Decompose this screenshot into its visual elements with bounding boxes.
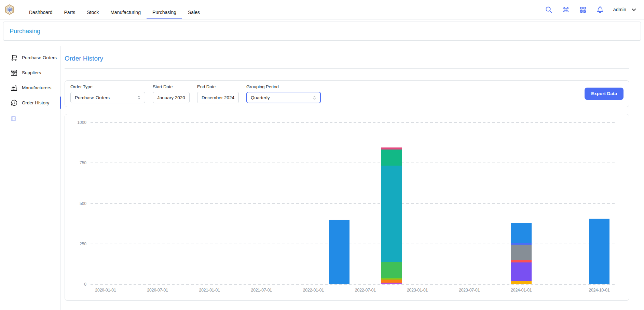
y-tick-label-1000: 1000	[67, 120, 86, 125]
stacked-bar-2024-01-01[interactable]	[511, 223, 532, 284]
export-data-button[interactable]: Export Data	[585, 88, 624, 100]
divider	[65, 68, 629, 69]
nav-tabs: DashboardPartsStockManufacturingPurchasi…	[23, 5, 243, 19]
gridline-y-750	[91, 163, 616, 163]
tab-parts[interactable]: Parts	[58, 5, 81, 19]
order-history-chart-plot: 025050075010002020-01-012020-07-012021-0…	[91, 122, 616, 284]
gridline-y-1000	[91, 122, 616, 123]
top-navbar: DashboardPartsStockManufacturingPurchasi…	[0, 0, 644, 20]
order-type-label: Order Type	[70, 84, 145, 89]
tab-manufacturing[interactable]: Manufacturing	[105, 5, 147, 19]
gridline-y-250	[91, 244, 616, 244]
grouping-period-select[interactable]: Quarterly	[246, 92, 321, 103]
page-header: Purchasing	[3, 22, 641, 41]
x-tick-label-2020-07-01: 2020-07-01	[140, 288, 175, 293]
sidebar-item-label: Purchase Orders	[22, 55, 57, 60]
bar-segment-2022-04-01-0	[329, 220, 350, 284]
tab-dashboard[interactable]: Dashboard	[23, 5, 58, 19]
chevron-down-icon	[631, 7, 637, 13]
stacked-bar-2022-04-01[interactable]	[329, 220, 350, 284]
x-tick-label-2021-07-01: 2021-07-01	[244, 288, 278, 293]
select-chevrons-icon	[312, 95, 317, 100]
sidebar-item-order-history[interactable]: Order History	[0, 95, 60, 110]
y-tick-label-750: 750	[67, 160, 86, 166]
sidebar-item-label: Order History	[22, 100, 49, 105]
x-tick-label-2021-01-01: 2021-01-01	[192, 288, 227, 293]
bar-segment-2024-01-01-2	[511, 260, 532, 262]
gridline-y-0	[91, 284, 616, 285]
filter-start-date: Start Date January 2020	[153, 84, 190, 103]
order-type-select[interactable]: Purchase Orders	[70, 92, 145, 103]
stacked-bar-2024-10-01[interactable]	[589, 219, 609, 284]
sidebar-item-label: Suppliers	[22, 70, 41, 75]
filter-order-type: Order Type Purchase Orders	[70, 84, 145, 103]
bar-segment-2024-01-01-3	[511, 245, 532, 260]
navbar-actions: admin	[545, 6, 637, 14]
order-history-chart-panel: 025050075010002020-01-012020-07-012021-0…	[65, 114, 629, 301]
select-chevrons-icon	[136, 95, 141, 100]
order-type-value: Purchase Orders	[75, 95, 110, 100]
history-clock-icon	[11, 99, 18, 106]
qrcode-scan-icon[interactable]	[579, 6, 587, 14]
bar-segment-2024-01-01-1	[511, 262, 532, 281]
start-date-input[interactable]: January 2020	[153, 92, 190, 103]
page-title[interactable]: Purchasing	[10, 28, 40, 35]
sidebar-item-purchase-orders[interactable]: Purchase Orders	[0, 50, 60, 65]
grouping-period-value: Quarterly	[251, 95, 270, 100]
shopping-cart-icon	[11, 54, 18, 61]
start-date-label: Start Date	[153, 84, 190, 89]
x-tick-label-2024-01-01: 2024-01-01	[504, 288, 538, 293]
command-icon[interactable]	[562, 6, 570, 14]
bell-icon[interactable]	[596, 6, 604, 14]
user-name: admin	[613, 7, 626, 12]
bar-segment-2024-01-01-5	[511, 223, 532, 243]
section-title: Order History	[65, 55, 629, 62]
bar-segment-2022-10-01-1	[381, 280, 402, 283]
filter-panel: Order Type Purchase Orders Start Date Ja…	[65, 80, 629, 107]
building-store-icon	[11, 69, 18, 76]
filter-end-date: End Date December 2024	[197, 84, 239, 103]
x-tick-label-2024-10-01: 2024-10-01	[582, 288, 616, 293]
x-tick-label-2023-01-01: 2023-01-01	[400, 288, 435, 293]
search-icon[interactable]	[545, 6, 553, 14]
inventree-logo-icon[interactable]	[4, 4, 15, 15]
gridline-y-500	[91, 203, 616, 204]
y-tick-label-500: 500	[67, 201, 86, 206]
tab-purchasing[interactable]: Purchasing	[147, 5, 182, 19]
bar-segment-2022-10-01-0	[381, 283, 402, 284]
sidebar-item-manufacturers[interactable]: Manufacturers	[0, 80, 60, 95]
stacked-bar-2022-10-01[interactable]	[381, 147, 402, 284]
sidebar-item-label: Manufacturers	[22, 85, 51, 90]
sidebar-collapse-icon[interactable]	[11, 116, 16, 121]
x-tick-label-2020-01-01: 2020-01-01	[88, 288, 123, 293]
x-tick-label-2022-01-01: 2022-01-01	[296, 288, 330, 293]
tab-sales[interactable]: Sales	[182, 5, 206, 19]
grouping-period-label: Grouping Period	[246, 84, 321, 89]
tab-stock[interactable]: Stock	[81, 5, 105, 19]
user-menu[interactable]: admin	[613, 7, 637, 13]
y-tick-label-0: 0	[67, 282, 86, 287]
x-tick-label-2023-07-01: 2023-07-01	[452, 288, 487, 293]
end-date-value: December 2024	[202, 95, 234, 100]
start-date-value: January 2020	[157, 95, 185, 100]
end-date-label: End Date	[197, 84, 239, 89]
bar-segment-2022-10-01-5	[381, 150, 402, 166]
x-tick-label-2022-07-01: 2022-07-01	[348, 288, 383, 293]
sidebar: Purchase OrdersSuppliersManufacturersOrd…	[0, 46, 60, 310]
sidebar-items: Purchase OrdersSuppliersManufacturersOrd…	[0, 50, 60, 110]
bar-segment-2022-10-01-3	[381, 262, 402, 278]
main-content: Order History Order Type Purchase Orders…	[60, 46, 644, 310]
bar-segment-2024-10-01-0	[589, 219, 609, 284]
sidebar-item-suppliers[interactable]: Suppliers	[0, 65, 60, 80]
end-date-input[interactable]: December 2024	[197, 92, 239, 103]
filter-grouping-period: Grouping Period Quarterly	[246, 84, 321, 103]
bar-segment-2024-01-01-0	[511, 281, 532, 284]
y-tick-label-250: 250	[67, 241, 86, 247]
bar-segment-2022-10-01-4	[381, 166, 402, 262]
building-factory-icon	[11, 84, 18, 91]
